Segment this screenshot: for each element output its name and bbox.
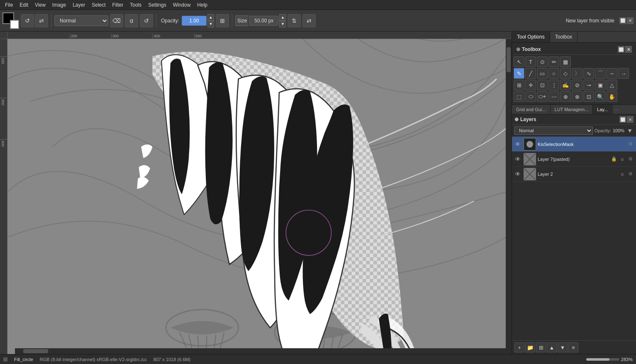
tool-line[interactable]: ╱ (525, 68, 536, 79)
scrollbar-vertical[interactable] (506, 39, 512, 348)
menu-window[interactable]: Window (170, 1, 194, 9)
tool-ellipse[interactable]: ○ (548, 68, 559, 79)
background-color[interactable] (10, 20, 19, 29)
layers-close-btn[interactable]: ✕ (627, 116, 634, 123)
tool-rect[interactable]: ▭ (537, 68, 548, 79)
menu-tools[interactable]: Tools (127, 1, 145, 9)
menu-layer[interactable]: Layer (69, 1, 88, 9)
tool-selection-3[interactable]: ⬭+ (537, 91, 548, 102)
tool-dynamic-brush[interactable]: ⌒ (595, 68, 606, 79)
tool-rect-selection[interactable]: ▣ (595, 80, 606, 90)
tab-grid-guides[interactable]: Grid and Gui... (512, 105, 551, 114)
layers-folder-btn[interactable]: 📁 (525, 342, 535, 352)
reset-btn[interactable]: ↺ (140, 14, 153, 27)
tool-transform[interactable]: ⊞ (514, 80, 524, 90)
tool-brush[interactable]: ✎ (514, 68, 524, 79)
menu-settings[interactable]: Settings (145, 1, 169, 9)
layers-duplicate-btn[interactable]: ⊞ (536, 342, 546, 352)
tool-polygon[interactable]: ◇ (560, 68, 571, 79)
layer-vis-2[interactable]: 👁 (514, 155, 522, 163)
menu-view[interactable]: View (32, 1, 49, 9)
tab-lut[interactable]: LUT Managem... (551, 105, 593, 114)
menu-file[interactable]: File (2, 1, 16, 9)
layer-settings-2[interactable]: ⚙ (627, 155, 634, 163)
flow-pressure-btn[interactable]: ⊞ (216, 14, 229, 27)
tool-selection-5[interactable]: ⊕ (560, 91, 571, 102)
reset-colors-btn[interactable]: ↺ (21, 14, 34, 27)
menu-filter[interactable]: Filter (109, 1, 127, 9)
tool-smart-selection[interactable]: ⊸ (583, 80, 594, 90)
mirror-h-btn[interactable]: ⇅ (288, 14, 301, 27)
layer-item-kisselectionmask[interactable]: 👁 KisSelectionMask ⚙ (512, 137, 636, 152)
win-close-btn[interactable]: ✕ (627, 17, 634, 24)
preserve-alpha-btn[interactable]: α (125, 14, 138, 27)
tab-tool-options[interactable]: Tool Options (512, 32, 550, 42)
tool-crop[interactable]: ⊙ (537, 56, 548, 67)
swap-colors-btn[interactable]: ⇄ (35, 14, 48, 27)
alpha-lock-btn[interactable]: ▼ (626, 126, 634, 135)
layers-mode-select[interactable]: Normal (514, 126, 593, 135)
scrollbar-horizontal[interactable] (15, 348, 512, 354)
tool-selection-4[interactable]: ⋯ (548, 91, 559, 102)
tool-bezier[interactable]: 〉 (572, 68, 582, 79)
scrollbar-v-thumb[interactable] (507, 47, 511, 72)
scrollbar-h-thumb[interactable] (23, 349, 48, 353)
tool-pan[interactable]: ✋ (607, 91, 617, 102)
layer-settings-1[interactable]: ⚙ (627, 141, 634, 148)
canvas-content[interactable] (7, 39, 512, 354)
layer-alpha-3[interactable]: α (619, 170, 626, 178)
layer-item-layer7[interactable]: 👁 Layer 7(pasted) 🔒 α ⚙ (512, 152, 636, 167)
opacity-value[interactable]: 1.00 (182, 16, 207, 26)
tool-selection-1[interactable]: ⬚ (514, 91, 524, 102)
tool-color-picker[interactable]: ⊘ (572, 80, 582, 90)
layers-add-btn[interactable]: + (514, 342, 524, 352)
menu-select[interactable]: Select (88, 1, 109, 9)
tool-assistant[interactable]: ⋮ (548, 80, 559, 90)
menu-edit[interactable]: Edit (16, 1, 32, 9)
layer-alpha-2[interactable]: α (619, 155, 626, 163)
erase-btn[interactable]: ⌫ (110, 14, 123, 27)
size-up-btn[interactable]: ▲ (279, 14, 286, 21)
toolbox-close-btn[interactable]: ✕ (625, 46, 632, 53)
layer-vis-3[interactable]: 👁 (514, 170, 522, 178)
tool-zoom[interactable]: 🔍 (595, 91, 606, 102)
opacity-down-btn[interactable]: ▼ (207, 21, 214, 27)
tool-smart-patch[interactable]: → (618, 68, 629, 79)
layer-vis-1[interactable]: 👁 (514, 140, 522, 148)
tab-layers[interactable]: Lay... (593, 105, 612, 114)
color-swatch[interactable] (2, 12, 19, 29)
layer-lock-2[interactable]: 🔒 (610, 155, 618, 163)
layer-item-layer2[interactable]: 👁 Layer 2 α ⚙ (512, 167, 636, 182)
size-down-btn[interactable]: ▼ (279, 21, 286, 27)
tool-gradient[interactable]: ▦ (560, 56, 571, 67)
tab-toolbox[interactable]: Toolbox (550, 32, 578, 42)
tool-move[interactable]: ✛ (525, 80, 536, 90)
tool-cage[interactable]: ⊡ (537, 80, 548, 90)
menu-image[interactable]: Image (49, 1, 69, 9)
tool-selection-6[interactable]: ⊗ (572, 91, 582, 102)
layers-menu-btn[interactable]: ≡ (568, 342, 578, 352)
tool-selection-7[interactable]: ⊡ (583, 91, 594, 102)
tool-freehand-path[interactable]: ∿ (583, 68, 594, 79)
tool-text[interactable]: T (525, 56, 536, 67)
layer-settings-3[interactable]: ⚙ (627, 170, 634, 178)
opacity-up-btn[interactable]: ▲ (207, 14, 214, 21)
blend-mode-select[interactable]: Normal (54, 15, 108, 26)
tool-pointer[interactable]: ↖ (514, 56, 524, 67)
layers-up-btn[interactable]: ▲ (547, 342, 557, 352)
layers-down-btn[interactable]: ▼ (558, 342, 568, 352)
mirror-v-btn[interactable]: ⇄ (302, 14, 316, 27)
status-scroll-left[interactable] (3, 357, 7, 362)
tool-fill[interactable]: ✏ (548, 56, 559, 67)
win-restore-btn[interactable]: ⬜ (619, 17, 626, 24)
size-value[interactable]: 50.00 px (249, 16, 278, 26)
canvas-area[interactable]: 200 300 400 500 200 300 400 (0, 32, 512, 354)
tool-selection-2[interactable]: ⬭ (525, 91, 536, 102)
tool-crop-sel[interactable]: △ (607, 80, 617, 90)
tool-multibrush[interactable]: ∽ (607, 68, 617, 79)
new-layer-visible-btn[interactable]: New layer from visible (563, 16, 618, 25)
toolbox-float-btn[interactable]: ⬜ (618, 46, 624, 53)
layers-float-btn[interactable]: ⬜ (619, 116, 626, 123)
tool-freehand-selection[interactable]: ✍ (560, 80, 571, 90)
menu-help[interactable]: Help (194, 1, 211, 9)
